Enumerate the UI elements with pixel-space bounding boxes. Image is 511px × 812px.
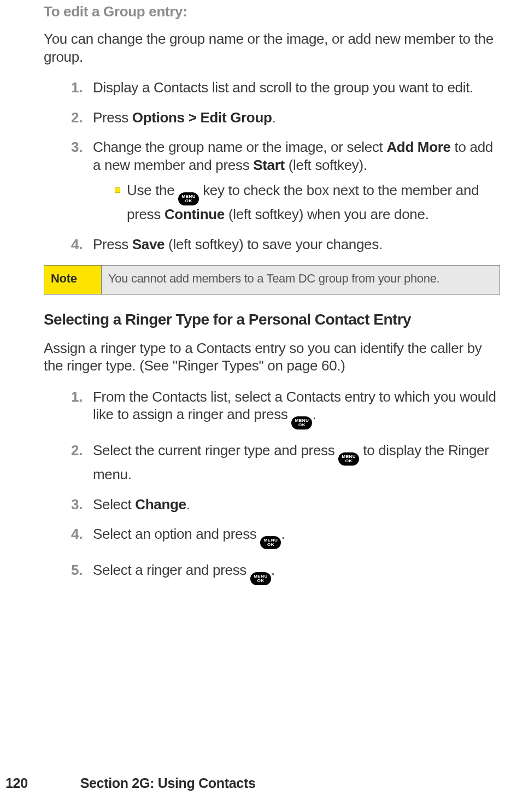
edit-group-step-4: 4. Press Save (left softkey) to save you…	[71, 236, 500, 254]
step-number: 3.	[71, 496, 83, 514]
step-text-pre: Select a ringer and press	[93, 562, 250, 578]
step-text-pre: Press	[93, 109, 132, 126]
key-line-2: OK	[345, 459, 353, 463]
key-line-2: OK	[185, 199, 192, 203]
edit-group-heading: To edit a Group entry:	[44, 3, 500, 20]
step-number: 2.	[71, 442, 83, 460]
ringer-steps: 1. From the Contacts list, select a Cont…	[44, 388, 500, 586]
edit-group-step-3: 3. Change the group name or the image, o…	[71, 138, 500, 223]
step-text-strong-1: Add More	[386, 139, 450, 155]
page-content: To edit a Group entry: You can change th…	[0, 3, 511, 585]
step-text-strong: Change	[135, 496, 186, 513]
page-number: 120	[0, 775, 44, 791]
note-text: You cannot add members to a Team DC grou…	[102, 266, 500, 295]
ringer-heading: Selecting a Ringer Type for a Personal C…	[44, 311, 500, 328]
step-text-post: .	[271, 562, 275, 578]
menu-ok-key-icon: MENUOK	[178, 192, 199, 205]
menu-ok-key-icon: MENUOK	[250, 572, 271, 585]
ringer-intro: Assign a ringer type to a Contacts entry…	[44, 339, 500, 375]
step-text-strong-2: Start	[253, 157, 285, 173]
step-text-post: .	[312, 406, 316, 422]
step-number: 1.	[71, 79, 83, 97]
ringer-step-1: 1. From the Contacts list, select a Cont…	[71, 388, 500, 430]
edit-group-steps: 1. Display a Contacts list and scroll to…	[44, 79, 500, 253]
step-number: 5.	[71, 561, 83, 579]
edit-group-intro: You can change the group name or the ima…	[44, 30, 500, 66]
menu-ok-key-icon: MENUOK	[291, 416, 312, 429]
step-number: 4.	[71, 236, 83, 254]
menu-ok-key-icon: MENUOK	[260, 536, 281, 549]
step-text-post: .	[281, 526, 285, 542]
step-text-strong: Save	[132, 236, 165, 252]
step-number: 3.	[71, 138, 83, 156]
note-box: Note You cannot add members to a Team DC…	[44, 265, 500, 295]
step-text-strong: Options > Edit Group	[132, 109, 272, 126]
step-number: 1.	[71, 388, 83, 406]
ringer-step-3: 3. Select Change.	[71, 496, 500, 514]
step-number: 2.	[71, 109, 83, 127]
step-text-post: .	[186, 496, 190, 513]
step-text-post: (left softkey) to save your changes.	[165, 236, 383, 252]
step-number: 4.	[71, 525, 83, 543]
step-text-pre: Select the current ringer type and press	[93, 442, 338, 458]
step-text-pre: Select an option and press	[93, 526, 260, 542]
menu-ok-key-icon: MENUOK	[338, 452, 359, 466]
edit-group-step-3-sublist: Use the MENUOK key to check the box next…	[93, 181, 500, 223]
sub-text-post: (left softkey) when you are done.	[225, 206, 429, 222]
ringer-step-2: 2. Select the current ringer type and pr…	[71, 442, 500, 484]
sub-text-strong: Continue	[165, 206, 225, 222]
ringer-step-5: 5. Select a ringer and press MENUOK.	[71, 561, 500, 585]
page-footer: 120 Section 2G: Using Contacts	[0, 775, 511, 791]
edit-group-step-2: 2. Press Options > Edit Group.	[71, 109, 500, 127]
step-text-pre: Change the group name or the image, or s…	[93, 139, 386, 155]
step-text-post: (left softkey).	[285, 157, 367, 173]
note-label: Note	[44, 266, 102, 295]
key-line-2: OK	[257, 579, 264, 583]
step-text-post: .	[272, 109, 276, 126]
step-text-pre: Select	[93, 496, 135, 513]
sub-text-pre: Use the	[127, 182, 178, 198]
edit-group-step-3-sub-1: Use the MENUOK key to check the box next…	[115, 181, 500, 223]
key-line-2: OK	[298, 423, 306, 427]
key-line-2: OK	[267, 543, 274, 547]
step-text: Display a Contacts list and scroll to th…	[93, 79, 473, 96]
edit-group-step-1: 1. Display a Contacts list and scroll to…	[71, 79, 500, 97]
manual-page: To edit a Group entry: You can change th…	[0, 3, 511, 812]
step-text-pre: Press	[93, 236, 132, 252]
footer-section-title: Section 2G: Using Contacts	[48, 775, 256, 791]
ringer-step-4: 4. Select an option and press MENUOK.	[71, 525, 500, 549]
